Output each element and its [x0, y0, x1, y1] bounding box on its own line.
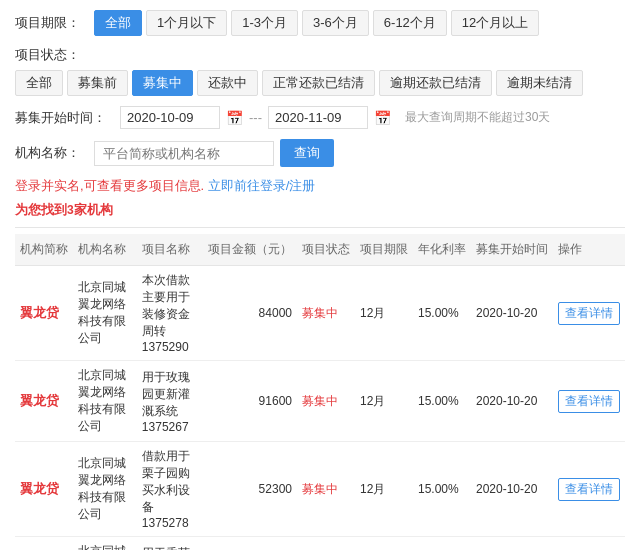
status-cell: 募集中 — [297, 442, 355, 537]
period-cell: 12月 — [355, 537, 413, 551]
startdate-cell: 2020-10-20 — [471, 361, 553, 442]
results-table: 机构简称机构名称项目名称项目金额（元）项目状态项目期限年化利率募集开始时间操作 … — [15, 234, 625, 550]
col-header-项目名称: 项目名称 — [137, 234, 203, 266]
divider — [15, 227, 625, 228]
startdate-cell: 2020-10-20 — [471, 537, 553, 551]
status-label: 项目状态： — [15, 46, 80, 64]
period-btn-6-12个月[interactable]: 6-12个月 — [373, 10, 447, 36]
result-number: 3 — [67, 203, 74, 217]
status-btn-逾期未结清[interactable]: 逾期未结清 — [496, 70, 583, 96]
table-body: 翼龙贷北京同城翼龙网络科技有限公司本次借款主要用于装修资金周转137529084… — [15, 266, 625, 551]
detail-button[interactable]: 查看详情 — [558, 390, 620, 413]
name-cell: 北京同城翼龙网络科技有限公司 — [73, 361, 137, 442]
col-header-机构名称: 机构名称 — [73, 234, 137, 266]
status-btn-group: 全部募集前募集中还款中正常还款已结清逾期还款已结清逾期未结清 — [15, 70, 583, 96]
amount-cell: 84000 — [203, 266, 297, 361]
amount-cell: 79300 — [203, 537, 297, 551]
period-btn-全部[interactable]: 全部 — [94, 10, 142, 36]
detail-button[interactable]: 查看详情 — [558, 478, 620, 501]
search-input[interactable] — [94, 141, 274, 166]
name-cell: 北京同城翼龙网络科技有限公司 — [73, 442, 137, 537]
name-cell: 北京同城翼龙网络科技有限公司 — [73, 266, 137, 361]
project-cell: 用于香菇种植购买原材料1375260 — [137, 537, 203, 551]
startdate-cell: 2020-10-20 — [471, 442, 553, 537]
col-header-年化利率: 年化利率 — [413, 234, 471, 266]
status-cell: 募集中 — [297, 266, 355, 361]
period-label: 项目期限： — [15, 14, 80, 32]
col-header-操作: 操作 — [553, 234, 625, 266]
rate-cell: 15.00% — [413, 442, 471, 537]
search-button[interactable]: 查询 — [280, 139, 334, 167]
status-btn-募集中[interactable]: 募集中 — [132, 70, 193, 96]
rate-cell: 15.00% — [413, 361, 471, 442]
startdate-cell: 2020-10-20 — [471, 266, 553, 361]
col-header-项目期限: 项目期限 — [355, 234, 413, 266]
action-cell[interactable]: 查看详情 — [553, 266, 625, 361]
period-btn-group: 全部1个月以下1-3个月3-6个月6-12个月12个月以上 — [94, 10, 539, 36]
table-header: 机构简称机构名称项目名称项目金额（元）项目状态项目期限年化利率募集开始时间操作 — [15, 234, 625, 266]
login-notice-text: 登录并实名,可查看更多项目信息. — [15, 178, 204, 193]
action-cell[interactable]: 查看详情 — [553, 361, 625, 442]
amount-cell: 52300 — [203, 442, 297, 537]
detail-button[interactable]: 查看详情 — [558, 302, 620, 325]
result-prefix: 为您找到 — [15, 202, 67, 217]
col-header-项目状态: 项目状态 — [297, 234, 355, 266]
table-header-row: 机构简称机构名称项目名称项目金额（元）项目状态项目期限年化利率募集开始时间操作 — [15, 234, 625, 266]
login-notice: 登录并实名,可查看更多项目信息. 立即前往登录/注册 — [15, 177, 625, 195]
calendar-icon-end: 📅 — [374, 110, 391, 126]
date-start-input[interactable] — [120, 106, 220, 129]
table-row: 翼龙贷北京同城翼龙网络科技有限公司用于香菇种植购买原材料137526079300… — [15, 537, 625, 551]
period-btn-1-3个月[interactable]: 1-3个月 — [231, 10, 298, 36]
org-label: 机构名称： — [15, 144, 80, 162]
abbr-cell: 翼龙贷 — [15, 266, 73, 361]
abbr-cell: 翼龙贷 — [15, 361, 73, 442]
amount-cell: 91600 — [203, 361, 297, 442]
date-filter-row: 募集开始时间： 📅 --- 📅 最大查询周期不能超过30天 — [15, 106, 625, 129]
date-separator: --- — [249, 110, 262, 125]
name-cell: 北京同城翼龙网络科技有限公司 — [73, 537, 137, 551]
status-btn-逾期还款已结清[interactable]: 逾期还款已结清 — [379, 70, 492, 96]
status-btn-募集前[interactable]: 募集前 — [67, 70, 128, 96]
status-cell: 募集中 — [297, 361, 355, 442]
login-link[interactable]: 立即前往登录/注册 — [208, 178, 316, 193]
result-suffix: 家机构 — [74, 202, 113, 217]
status-cell: 募集中 — [297, 537, 355, 551]
status-btn-全部[interactable]: 全部 — [15, 70, 63, 96]
period-filter-row: 项目期限： 全部1个月以下1-3个月3-6个月6-12个月12个月以上 — [15, 10, 625, 36]
period-btn-12个月以上[interactable]: 12个月以上 — [451, 10, 539, 36]
date-end-input[interactable] — [268, 106, 368, 129]
table-row: 翼龙贷北京同城翼龙网络科技有限公司用于玫瑰园更新灌溉系统137526791600… — [15, 361, 625, 442]
abbr-cell: 翼龙贷 — [15, 442, 73, 537]
table-row: 翼龙贷北京同城翼龙网络科技有限公司本次借款主要用于装修资金周转137529084… — [15, 266, 625, 361]
search-row: 机构名称： 查询 — [15, 139, 625, 167]
rate-cell: 15.00% — [413, 537, 471, 551]
date-label: 募集开始时间： — [15, 109, 106, 127]
period-btn-3-6个月[interactable]: 3-6个月 — [302, 10, 369, 36]
project-cell: 本次借款主要用于装修资金周转1375290 — [137, 266, 203, 361]
date-tip: 最大查询周期不能超过30天 — [405, 109, 550, 126]
action-cell[interactable]: 查看详情 — [553, 537, 625, 551]
calendar-icon-start: 📅 — [226, 110, 243, 126]
action-cell[interactable]: 查看详情 — [553, 442, 625, 537]
col-header-机构简称: 机构简称 — [15, 234, 73, 266]
project-cell: 借款用于栗子园购买水利设备1375278 — [137, 442, 203, 537]
period-cell: 12月 — [355, 442, 413, 537]
result-count: 为您找到3家机构 — [15, 201, 625, 219]
project-cell: 用于玫瑰园更新灌溉系统1375267 — [137, 361, 203, 442]
col-header-项目金额（元）: 项目金额（元） — [203, 234, 297, 266]
col-header-募集开始时间: 募集开始时间 — [471, 234, 553, 266]
rate-cell: 15.00% — [413, 266, 471, 361]
period-cell: 12月 — [355, 361, 413, 442]
status-filter-row: 项目状态： 全部募集前募集中还款中正常还款已结清逾期还款已结清逾期未结清 — [15, 46, 625, 96]
status-btn-还款中[interactable]: 还款中 — [197, 70, 258, 96]
status-btn-正常还款已结清[interactable]: 正常还款已结清 — [262, 70, 375, 96]
table-row: 翼龙贷北京同城翼龙网络科技有限公司借款用于栗子园购买水利设备1375278523… — [15, 442, 625, 537]
period-btn-1个月以下[interactable]: 1个月以下 — [146, 10, 227, 36]
abbr-cell: 翼龙贷 — [15, 537, 73, 551]
period-cell: 12月 — [355, 266, 413, 361]
